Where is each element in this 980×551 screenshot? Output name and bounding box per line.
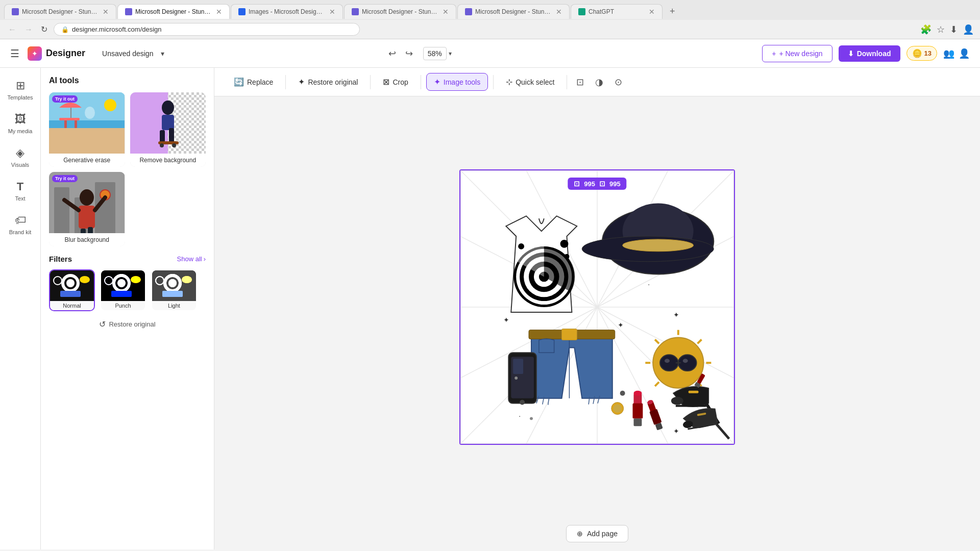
tab-favicon-1 (12, 8, 19, 15)
quick-select-button[interactable]: ⊹ Quick select (499, 73, 561, 90)
tab-label-chatgpt: ChatGPT (589, 8, 644, 15)
hamburger-button[interactable]: ☰ (10, 47, 19, 60)
brandkit-icon: 🏷 (15, 214, 26, 227)
svg-rect-33 (81, 229, 86, 233)
generative-erase-card[interactable]: Try it out (49, 92, 125, 167)
tab-4[interactable]: Microsoft Designer - Stunn... ✕ (344, 4, 456, 19)
filter-normal[interactable]: Normal (49, 269, 95, 311)
ai-tools-title: AI tools (49, 76, 206, 85)
tab-close-3[interactable]: ✕ (329, 8, 335, 16)
download-button[interactable]: ⬇ Download (839, 45, 900, 62)
filter-punch[interactable]: Recommended Punch (100, 269, 146, 311)
tab-close-1[interactable]: ✕ (103, 8, 109, 16)
replace-button[interactable]: 🔄 Replace (227, 73, 280, 90)
visuals-icon: ◈ (16, 146, 24, 160)
toolbar-icon-2[interactable]: ◑ (591, 72, 607, 92)
canvas-toolbar: 🔄 Replace ✦ Restore original ⊠ Crop ✦ Im… (214, 68, 980, 96)
extension-icon[interactable]: 🧩 (920, 24, 932, 35)
filter-light-thumb (152, 270, 196, 301)
dimension-badge: ⊡ 995 ⊡ 995 (568, 178, 626, 190)
dim-icon-width: ⊡ (574, 180, 580, 188)
filter-light[interactable]: Light (151, 269, 197, 311)
design-name[interactable]: Unsaved design (97, 47, 158, 60)
coin-icon: 🪙 (912, 48, 922, 58)
svg-point-83 (564, 254, 569, 259)
canvas-frame[interactable]: ⊡ 995 ⊡ 995 (459, 169, 735, 445)
svg-point-121 (671, 397, 683, 405)
sidebar-item-text[interactable]: T Text (2, 175, 39, 207)
svg-rect-114 (633, 418, 642, 426)
logo-text: Designer (46, 48, 85, 59)
svg-rect-38 (60, 291, 81, 297)
sidebar-item-mymedia[interactable]: 🖼 My media (2, 108, 39, 139)
crop-button[interactable]: ⊠ Crop (376, 73, 415, 90)
svg-rect-29 (79, 206, 95, 229)
remove-bg-card[interactable]: Remove background (130, 92, 206, 167)
undo-button[interactable]: ↩ (385, 46, 399, 61)
back-button[interactable]: ← (6, 24, 18, 35)
toolbar-icon-1[interactable]: ⊡ (572, 72, 588, 92)
profile-icon[interactable]: 👤 (963, 24, 974, 35)
design-name-area[interactable]: Unsaved design ▾ (97, 47, 164, 60)
tab-1[interactable]: Microsoft Designer - Stunn... ✕ (4, 4, 116, 19)
tab-3[interactable]: Images - Microsoft Designer ✕ (231, 4, 343, 19)
image-tools-button[interactable]: ✦ Image tools (426, 73, 488, 91)
svg-rect-17 (162, 115, 174, 130)
try-it-badge-erase: Try it out (52, 95, 78, 103)
design-dropdown-chevron[interactable]: ▾ (161, 49, 164, 58)
tab-close-chatgpt[interactable]: ✕ (649, 8, 655, 16)
forward-button[interactable]: → (22, 24, 35, 35)
mymedia-icon: 🖼 (15, 113, 26, 126)
url-bar[interactable]: 🔒 designer.microsoft.com/design (54, 23, 360, 36)
svg-point-28 (80, 189, 94, 206)
restore-original-button[interactable]: ✦ Restore original (291, 73, 365, 90)
tab-close-5[interactable]: ✕ (556, 8, 562, 16)
toolbar-divider-1 (285, 75, 286, 89)
new-design-button[interactable]: + + New design (762, 45, 832, 62)
toolbar-icon-3[interactable]: ⊙ (610, 72, 626, 92)
blur-bg-card[interactable]: Try it out (49, 172, 125, 246)
filters-title: Filters (49, 255, 72, 263)
crop-label: Crop (393, 78, 408, 86)
panel-restore-label: Restore original (109, 320, 155, 328)
tab-close-2[interactable]: ✕ (216, 8, 222, 16)
svg-rect-112 (632, 404, 643, 419)
zoom-value[interactable]: 58% (423, 47, 447, 60)
svg-text:·: · (648, 280, 650, 288)
tab-close-4[interactable]: ✕ (443, 8, 449, 16)
zoom-dropdown-icon[interactable]: ▾ (449, 50, 452, 57)
coins-badge[interactable]: 🪙 13 (906, 46, 937, 61)
account-icon[interactable]: 👤 (959, 48, 970, 59)
quick-select-label: Quick select (516, 78, 554, 86)
sidebar-item-brandkit[interactable]: 🏷 Brand kit (2, 209, 39, 240)
share-icon[interactable]: 👥 (943, 48, 954, 59)
add-page-button[interactable]: ⊕ Add page (566, 525, 628, 542)
restore-icon: ↺ (99, 319, 106, 329)
reload-button[interactable]: ↻ (39, 23, 50, 35)
downloads-icon[interactable]: ⬇ (950, 24, 958, 35)
panel-restore-button[interactable]: ↺ Restore original (49, 319, 206, 329)
svg-point-135 (530, 417, 533, 420)
canvas-wrapper: ⊡ 995 ⊡ 995 (214, 96, 980, 518)
svg-point-51 (156, 277, 164, 285)
new-tab-button[interactable]: + (664, 3, 681, 20)
blur-bg-label: Blur background (49, 233, 125, 246)
dim-icon-height: ⊡ (599, 180, 605, 188)
crop-icon: ⊠ (383, 77, 389, 87)
favorites-icon[interactable]: ☆ (937, 24, 945, 35)
redo-button[interactable]: ↪ (402, 46, 416, 61)
tab-chatgpt[interactable]: ChatGPT ✕ (571, 4, 663, 19)
tab-5[interactable]: Microsoft Designer - Stunn... ✕ (457, 4, 570, 19)
tab-2[interactable]: Microsoft Designer - Stunn... ✕ (117, 4, 230, 19)
svg-point-8 (85, 107, 95, 119)
zoom-selector[interactable]: 58% ▾ (423, 47, 452, 60)
templates-label: Templates (7, 94, 33, 101)
sidebar-item-templates[interactable]: ⊞ Templates (2, 74, 39, 106)
sidebar-item-visuals[interactable]: ◈ Visuals (2, 141, 39, 173)
tab-bar: Microsoft Designer - Stunn... ✕ Microsof… (0, 0, 980, 20)
remove-bg-img (130, 92, 206, 154)
filter-normal-thumb (50, 270, 94, 301)
svg-text:✦: ✦ (503, 316, 509, 324)
show-all-button[interactable]: Show all › (177, 255, 206, 263)
svg-point-102 (660, 355, 678, 371)
